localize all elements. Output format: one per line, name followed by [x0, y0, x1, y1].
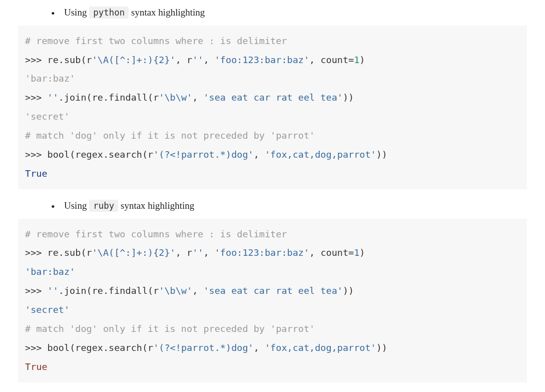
code-output: 'bar:baz' — [25, 73, 75, 84]
code-token: , — [176, 247, 187, 258]
code-token: (regex.search( — [70, 149, 148, 160]
code-token: 'fox,cat,dog,parrot' — [265, 342, 376, 353]
code-token: )) — [343, 285, 354, 296]
code-token: 'foo:123:bar:baz' — [215, 247, 309, 258]
code-output: 'secret' — [25, 304, 70, 315]
code-token: , — [254, 149, 265, 160]
code-token: '' — [192, 247, 203, 258]
code-token: )) — [376, 342, 387, 353]
code-prompt: >>> — [25, 92, 48, 103]
code-token: r — [187, 247, 192, 258]
code-token: '\A([^:]+:){2}' — [92, 55, 176, 65]
code-comment: # match 'dog' only if it is not preceded… — [25, 130, 315, 141]
code-token: 1 — [354, 247, 359, 258]
code-block-python: # remove first two columns where : is de… — [18, 26, 527, 189]
code-token: '(?<!parrot.*)dog' — [153, 149, 253, 160]
code-output: True — [25, 361, 48, 372]
code-token: r — [153, 92, 159, 103]
bullet-text-after: syntax highlighting — [121, 200, 194, 211]
code-token: (regex.search( — [70, 342, 148, 353]
code-prompt: >>> — [25, 55, 48, 65]
code-token: , — [203, 247, 214, 258]
code-output: True — [25, 168, 48, 179]
bullet-text-before: Using — [64, 200, 89, 211]
bullet-text-before: Using — [64, 7, 89, 18]
code-token: count — [320, 247, 348, 258]
code-token: '' — [192, 55, 203, 65]
code-prompt: >>> — [25, 247, 48, 258]
inline-code-ruby: ruby — [89, 200, 118, 212]
code-token: 'sea eat car rat eel tea' — [203, 285, 342, 296]
code-block-ruby: # remove first two columns where : is de… — [18, 219, 527, 382]
code-token: , — [192, 285, 203, 296]
code-token: 'foo:123:bar:baz' — [215, 55, 309, 65]
code-token: '' — [48, 285, 59, 296]
code-token: , — [192, 92, 203, 103]
code-token: r — [148, 149, 153, 160]
code-token: count — [320, 55, 348, 65]
code-token: r — [87, 247, 92, 258]
code-token: , — [309, 55, 320, 65]
code-token: 'fox,cat,dog,parrot' — [265, 149, 376, 160]
code-prompt: >>> — [25, 149, 48, 160]
code-token: re.sub( — [48, 247, 87, 258]
code-output: 'bar:baz' — [25, 266, 75, 277]
code-comment: # remove first two columns where : is de… — [25, 36, 287, 46]
code-token: r — [148, 342, 153, 353]
code-comment: # remove first two columns where : is de… — [25, 229, 287, 239]
code-token: = — [348, 55, 354, 65]
code-token: '(?<!parrot.*)dog' — [153, 342, 253, 353]
code-token: ) — [359, 247, 365, 258]
code-token: )) — [376, 149, 387, 160]
code-token: , — [203, 55, 214, 65]
code-token: bool — [48, 149, 70, 160]
code-token: '\b\w' — [159, 92, 192, 103]
bullet-python: Using python syntax highlighting — [0, 6, 545, 20]
page: Using python syntax highlighting # remov… — [0, 6, 545, 382]
code-prompt: >>> — [25, 285, 48, 296]
code-token: bool — [48, 342, 70, 353]
code-token: , — [176, 55, 187, 65]
code-token: '' — [48, 92, 59, 103]
code-output: 'secret' — [25, 111, 70, 122]
code-token: 'sea eat car rat eel tea' — [203, 92, 342, 103]
code-token: , — [309, 247, 320, 258]
code-token: r — [187, 55, 192, 65]
bullet-text-after: syntax highlighting — [131, 7, 205, 18]
bullet-ruby: Using ruby syntax highlighting — [0, 199, 545, 213]
code-token: r — [153, 285, 159, 296]
bullet-list-2: Using ruby syntax highlighting — [0, 199, 545, 213]
code-token: .join(re.findall( — [59, 285, 153, 296]
code-token: '\A([^:]+:){2}' — [92, 247, 176, 258]
code-token: , — [254, 342, 265, 353]
code-token: ) — [359, 55, 365, 65]
code-token: .join(re.findall( — [59, 92, 153, 103]
code-prompt: >>> — [25, 342, 48, 353]
code-comment: # match 'dog' only if it is not preceded… — [25, 323, 315, 334]
code-token: re.sub( — [48, 55, 87, 65]
code-token: r — [87, 55, 92, 65]
code-token: )) — [343, 92, 354, 103]
inline-code-python: python — [89, 7, 129, 19]
code-token: '\b\w' — [159, 285, 192, 296]
code-token: = — [348, 247, 354, 258]
code-token: 1 — [354, 55, 359, 65]
bullet-list-1: Using python syntax highlighting — [0, 6, 545, 20]
